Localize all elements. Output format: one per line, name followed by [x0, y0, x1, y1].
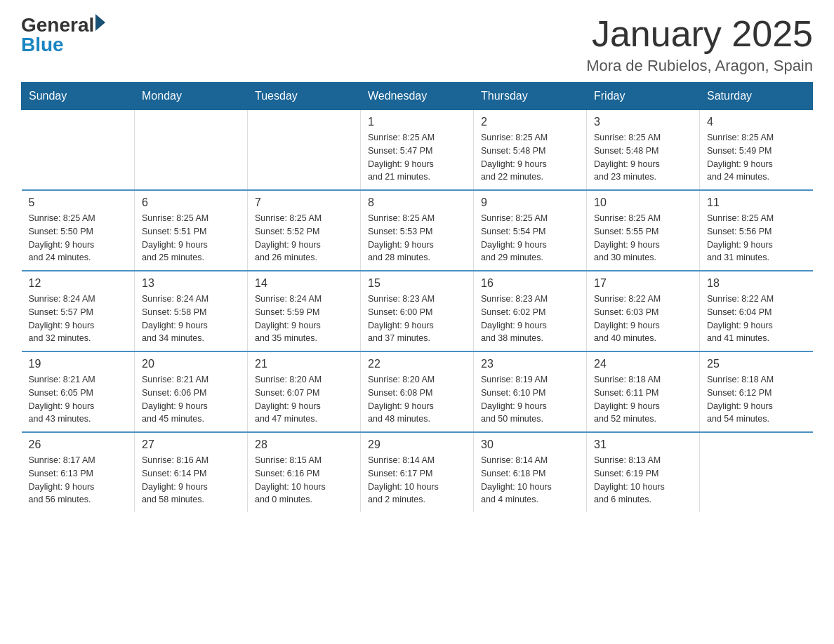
day-info: Sunrise: 8:24 AM Sunset: 5:57 PM Dayligh… [29, 293, 128, 345]
calendar-week-row: 1Sunrise: 8:25 AM Sunset: 5:47 PM Daylig… [22, 110, 813, 191]
day-info: Sunrise: 8:23 AM Sunset: 6:00 PM Dayligh… [368, 293, 466, 345]
day-info: Sunrise: 8:13 AM Sunset: 6:19 PM Dayligh… [594, 454, 692, 507]
day-info: Sunrise: 8:24 AM Sunset: 5:58 PM Dayligh… [142, 293, 240, 345]
day-number: 29 [368, 438, 466, 451]
day-info: Sunrise: 8:16 AM Sunset: 6:14 PM Dayligh… [142, 454, 240, 507]
page-header: General Blue January 2025 Mora de Rubiel… [21, 14, 813, 75]
calendar-day-cell: 13Sunrise: 8:24 AM Sunset: 5:58 PM Dayli… [135, 271, 248, 351]
calendar-day-cell [248, 110, 361, 191]
calendar-week-row: 5Sunrise: 8:25 AM Sunset: 5:50 PM Daylig… [22, 190, 813, 271]
day-info: Sunrise: 8:25 AM Sunset: 5:53 PM Dayligh… [368, 212, 466, 264]
calendar-day-cell: 4Sunrise: 8:25 AM Sunset: 5:49 PM Daylig… [700, 110, 813, 191]
location-subtitle: Mora de Rubielos, Aragon, Spain [586, 57, 813, 75]
calendar-day-cell: 29Sunrise: 8:14 AM Sunset: 6:17 PM Dayli… [361, 432, 474, 512]
col-saturday: Saturday [700, 83, 813, 110]
day-number: 18 [707, 277, 806, 290]
day-number: 22 [368, 358, 466, 370]
calendar-day-cell: 3Sunrise: 8:25 AM Sunset: 5:48 PM Daylig… [587, 110, 700, 191]
day-info: Sunrise: 8:25 AM Sunset: 5:54 PM Dayligh… [481, 212, 579, 264]
day-number: 16 [481, 277, 579, 290]
calendar-day-cell: 12Sunrise: 8:24 AM Sunset: 5:57 PM Dayli… [22, 271, 135, 351]
day-number: 3 [594, 116, 692, 128]
calendar-day-cell: 19Sunrise: 8:21 AM Sunset: 6:05 PM Dayli… [22, 351, 135, 432]
day-info: Sunrise: 8:25 AM Sunset: 5:55 PM Dayligh… [594, 212, 692, 264]
day-info: Sunrise: 8:18 AM Sunset: 6:11 PM Dayligh… [594, 373, 692, 426]
col-monday: Monday [135, 83, 248, 110]
day-info: Sunrise: 8:20 AM Sunset: 6:07 PM Dayligh… [255, 373, 353, 426]
calendar-day-cell: 30Sunrise: 8:14 AM Sunset: 6:18 PM Dayli… [474, 432, 587, 512]
calendar-day-cell: 11Sunrise: 8:25 AM Sunset: 5:56 PM Dayli… [700, 190, 813, 271]
day-number: 17 [594, 277, 692, 290]
day-number: 31 [594, 438, 692, 451]
calendar-day-cell: 25Sunrise: 8:18 AM Sunset: 6:12 PM Dayli… [700, 351, 813, 432]
calendar-day-cell: 16Sunrise: 8:23 AM Sunset: 6:02 PM Dayli… [474, 271, 587, 351]
logo-text-blue: Blue [21, 34, 105, 56]
logo: General Blue [21, 14, 105, 56]
day-info: Sunrise: 8:23 AM Sunset: 6:02 PM Dayligh… [481, 293, 579, 345]
calendar-day-cell [135, 110, 248, 191]
title-section: January 2025 Mora de Rubielos, Aragon, S… [586, 14, 813, 75]
day-info: Sunrise: 8:25 AM Sunset: 5:48 PM Dayligh… [594, 131, 692, 184]
day-number: 10 [594, 196, 692, 209]
day-number: 25 [707, 358, 806, 370]
day-info: Sunrise: 8:25 AM Sunset: 5:51 PM Dayligh… [142, 212, 240, 264]
calendar-day-cell: 31Sunrise: 8:13 AM Sunset: 6:19 PM Dayli… [587, 432, 700, 512]
day-info: Sunrise: 8:21 AM Sunset: 6:05 PM Dayligh… [29, 373, 128, 426]
day-info: Sunrise: 8:15 AM Sunset: 6:16 PM Dayligh… [255, 454, 353, 507]
calendar-table: Sunday Monday Tuesday Wednesday Thursday… [21, 82, 813, 512]
day-number: 12 [29, 277, 128, 290]
col-friday: Friday [587, 83, 700, 110]
col-wednesday: Wednesday [361, 83, 474, 110]
day-info: Sunrise: 8:25 AM Sunset: 5:56 PM Dayligh… [707, 212, 806, 264]
day-info: Sunrise: 8:19 AM Sunset: 6:10 PM Dayligh… [481, 373, 579, 426]
calendar-day-cell: 23Sunrise: 8:19 AM Sunset: 6:10 PM Dayli… [474, 351, 587, 432]
calendar-day-cell: 17Sunrise: 8:22 AM Sunset: 6:03 PM Dayli… [587, 271, 700, 351]
day-info: Sunrise: 8:21 AM Sunset: 6:06 PM Dayligh… [142, 373, 240, 426]
calendar-day-cell: 24Sunrise: 8:18 AM Sunset: 6:11 PM Dayli… [587, 351, 700, 432]
calendar-day-cell: 26Sunrise: 8:17 AM Sunset: 6:13 PM Dayli… [22, 432, 135, 512]
calendar-week-row: 26Sunrise: 8:17 AM Sunset: 6:13 PM Dayli… [22, 432, 813, 512]
day-number: 23 [481, 358, 579, 370]
day-info: Sunrise: 8:22 AM Sunset: 6:04 PM Dayligh… [707, 293, 806, 345]
day-number: 8 [368, 196, 466, 209]
day-number: 9 [481, 196, 579, 209]
day-info: Sunrise: 8:25 AM Sunset: 5:47 PM Dayligh… [368, 131, 466, 184]
calendar-day-cell: 27Sunrise: 8:16 AM Sunset: 6:14 PM Dayli… [135, 432, 248, 512]
day-number: 1 [368, 116, 466, 128]
day-number: 19 [29, 358, 128, 370]
col-tuesday: Tuesday [248, 83, 361, 110]
calendar-week-row: 19Sunrise: 8:21 AM Sunset: 6:05 PM Dayli… [22, 351, 813, 432]
day-info: Sunrise: 8:24 AM Sunset: 5:59 PM Dayligh… [255, 293, 353, 345]
day-info: Sunrise: 8:14 AM Sunset: 6:18 PM Dayligh… [481, 454, 579, 507]
day-info: Sunrise: 8:17 AM Sunset: 6:13 PM Dayligh… [29, 454, 128, 507]
day-number: 5 [29, 196, 128, 209]
calendar-day-cell [22, 110, 135, 191]
calendar-day-cell: 5Sunrise: 8:25 AM Sunset: 5:50 PM Daylig… [22, 190, 135, 271]
calendar-day-cell: 21Sunrise: 8:20 AM Sunset: 6:07 PM Dayli… [248, 351, 361, 432]
calendar-day-cell: 6Sunrise: 8:25 AM Sunset: 5:51 PM Daylig… [135, 190, 248, 271]
logo-arrow-icon [95, 14, 105, 31]
day-number: 14 [255, 277, 353, 290]
day-info: Sunrise: 8:25 AM Sunset: 5:49 PM Dayligh… [707, 131, 806, 184]
day-info: Sunrise: 8:18 AM Sunset: 6:12 PM Dayligh… [707, 373, 806, 426]
calendar-day-cell [700, 432, 813, 512]
calendar-day-cell: 8Sunrise: 8:25 AM Sunset: 5:53 PM Daylig… [361, 190, 474, 271]
calendar-day-cell: 28Sunrise: 8:15 AM Sunset: 6:16 PM Dayli… [248, 432, 361, 512]
day-number: 24 [594, 358, 692, 370]
day-number: 13 [142, 277, 240, 290]
day-number: 11 [707, 196, 806, 209]
day-number: 26 [29, 438, 128, 451]
day-number: 4 [707, 116, 806, 128]
calendar-header-row: Sunday Monday Tuesday Wednesday Thursday… [22, 83, 813, 110]
calendar-week-row: 12Sunrise: 8:24 AM Sunset: 5:57 PM Dayli… [22, 271, 813, 351]
col-thursday: Thursday [474, 83, 587, 110]
day-number: 27 [142, 438, 240, 451]
calendar-day-cell: 14Sunrise: 8:24 AM Sunset: 5:59 PM Dayli… [248, 271, 361, 351]
day-number: 20 [142, 358, 240, 370]
col-sunday: Sunday [22, 83, 135, 110]
calendar-day-cell: 2Sunrise: 8:25 AM Sunset: 5:48 PM Daylig… [474, 110, 587, 191]
calendar-day-cell: 18Sunrise: 8:22 AM Sunset: 6:04 PM Dayli… [700, 271, 813, 351]
day-number: 15 [368, 277, 466, 290]
day-info: Sunrise: 8:22 AM Sunset: 6:03 PM Dayligh… [594, 293, 692, 345]
calendar-day-cell: 20Sunrise: 8:21 AM Sunset: 6:06 PM Dayli… [135, 351, 248, 432]
